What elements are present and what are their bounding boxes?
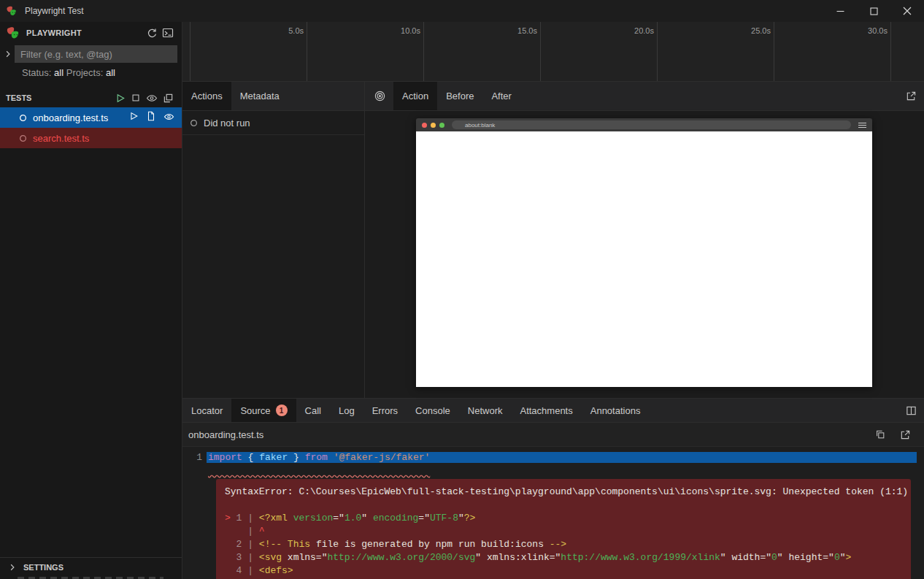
error-squiggle-row: import { faker } from '@faker-js/faker' <box>182 466 924 475</box>
trace-timeline[interactable]: 5.0s10.0s15.0s20.0s25.0s30.0s <box>182 22 924 82</box>
syntax-error-block: SyntaxError: C:\Courses\EpicWeb\full-sta… <box>216 479 911 579</box>
code-token <box>282 539 288 550</box>
timeline-tick-label: 10.0s <box>381 26 420 35</box>
code-token: encoding <box>373 513 418 524</box>
filter-input[interactable] <box>15 45 177 63</box>
close-button[interactable] <box>890 0 924 22</box>
traffic-lights-icon <box>422 123 444 128</box>
playwright-test-window: Playwright Test PLAYWRIGHT <box>0 0 924 579</box>
run-test-icon[interactable] <box>128 111 139 124</box>
timeline-gridline <box>657 22 658 81</box>
tab-label: Action <box>402 91 428 101</box>
timeline-gridline <box>190 22 190 81</box>
playwright-masks-icon <box>6 26 20 40</box>
timeline-tick-label: 15.0s <box>498 26 537 35</box>
code-token: http://www.w3.org/2000/svg <box>327 552 475 563</box>
tab-action[interactable]: Action <box>393 82 437 110</box>
terminal-icon[interactable] <box>160 25 176 41</box>
tab-network[interactable]: Network <box>459 399 512 422</box>
minimize-button[interactable] <box>823 0 857 22</box>
code-token: = <box>418 513 424 524</box>
main-area: 5.0s10.0s15.0s20.0s25.0s30.0s ActionsMet… <box>182 22 924 579</box>
code-token: '@faker-js/faker' <box>334 452 431 463</box>
code-token: xmlns= <box>282 552 322 563</box>
test-row-actions <box>128 111 174 124</box>
code-token <box>367 513 373 524</box>
copy-icon[interactable] <box>868 429 893 440</box>
tests-title: TESTS <box>6 93 31 102</box>
error-squiggle: import { faker } from '@faker-js/faker' <box>208 466 430 477</box>
split-view-icon[interactable] <box>898 399 924 422</box>
code-token: This <box>288 539 310 550</box>
code-token: " <box>458 513 464 524</box>
actions-tabstrip: ActionsMetadata <box>182 82 364 111</box>
tab-log[interactable]: Log <box>330 399 363 422</box>
snapshot-viewport: about:blank <box>365 111 924 398</box>
tab-label: Source <box>240 405 270 416</box>
show-source-icon[interactable] <box>146 111 156 124</box>
window-title: Playwright Test <box>25 6 83 16</box>
status-line: Status: all Projects: all <box>0 64 182 83</box>
tab-errors[interactable]: Errors <box>363 399 407 422</box>
settings-section[interactable]: SETTINGS <box>0 557 182 576</box>
highlighted-source-line: import { faker } from '@faker-js/faker' <box>207 452 917 463</box>
tab-annotations[interactable]: Annotations <box>582 399 650 422</box>
code-token: <!-- <box>259 539 282 550</box>
code-token: version <box>293 513 334 524</box>
test-list: onboarding.test.tssearch.test.ts <box>0 107 182 148</box>
sidebar-header: PLAYWRIGHT <box>0 22 182 44</box>
tab-label: Before <box>446 91 474 101</box>
source-file-bar: onboarding.test.ts <box>182 423 924 447</box>
reload-tests-icon[interactable] <box>144 25 160 41</box>
timeline-tick-label: 5.0s <box>264 26 304 35</box>
run-all-icon[interactable] <box>112 90 128 106</box>
code-token <box>328 452 334 463</box>
code-token: height= <box>783 552 828 563</box>
frame-marker <box>225 539 231 550</box>
tab-metadata[interactable]: Metadata <box>231 82 288 110</box>
projects-label: Projects: <box>66 67 104 78</box>
code-token: " <box>339 513 344 524</box>
stop-icon[interactable] <box>128 90 144 106</box>
timeline-tick-label: 20.0s <box>615 26 654 35</box>
watch-test-icon[interactable] <box>163 111 174 124</box>
tab-call[interactable]: Call <box>296 399 330 422</box>
code-token: UTF-8 <box>430 513 458 524</box>
status-value: all <box>54 67 63 78</box>
tab-console[interactable]: Console <box>407 399 459 422</box>
tab-label: Metadata <box>240 91 280 101</box>
tab-source[interactable]: Source1 <box>231 399 296 422</box>
open-snapshot-external-icon[interactable] <box>898 82 924 110</box>
frame-gutter: 3 | <box>231 552 259 563</box>
frame-gutter: | <box>231 526 259 537</box>
code-frame: > 1 | <?xml version="1.0" encoding="UTF-… <box>225 512 902 578</box>
frame-gutter: 2 | <box>231 539 259 550</box>
frame-marker <box>225 552 231 563</box>
timeline-gridline <box>774 22 774 81</box>
maximize-button[interactable] <box>857 0 890 22</box>
open-source-external-icon[interactable] <box>893 429 918 440</box>
tab-actions[interactable]: Actions <box>182 82 231 110</box>
tab-label: Log <box>339 405 355 416</box>
tests-section-header: TESTS <box>0 88 182 107</box>
test-item-search-test-ts[interactable]: search.test.ts <box>0 128 182 148</box>
timeline-gridline <box>540 22 541 81</box>
watch-all-icon[interactable] <box>144 90 160 106</box>
snapshot-browser-chrome: about:blank <box>416 118 872 131</box>
tab-attachments[interactable]: Attachments <box>511 399 581 422</box>
test-item-onboarding-test-ts[interactable]: onboarding.test.ts <box>0 107 182 128</box>
code-token: " <box>361 513 367 524</box>
pick-locator-icon[interactable] <box>366 82 393 110</box>
collapse-all-icon[interactable] <box>160 90 176 106</box>
tab-label: Call <box>305 405 321 416</box>
did-not-run-label: Did not run <box>204 118 250 129</box>
tab-after[interactable]: After <box>482 82 520 110</box>
details-tabstrip: LocatorSource1CallLogErrorsConsoleNetwor… <box>182 399 924 423</box>
tab-before[interactable]: Before <box>437 82 482 110</box>
timeline-gridline <box>890 22 891 81</box>
tab-locator[interactable]: Locator <box>182 399 231 422</box>
snapshot-browser-window[interactable]: about:blank <box>416 118 872 387</box>
code-token: ?> <box>464 513 476 524</box>
line-number: 1 <box>182 452 207 463</box>
chevron-right-icon[interactable] <box>1 47 15 61</box>
